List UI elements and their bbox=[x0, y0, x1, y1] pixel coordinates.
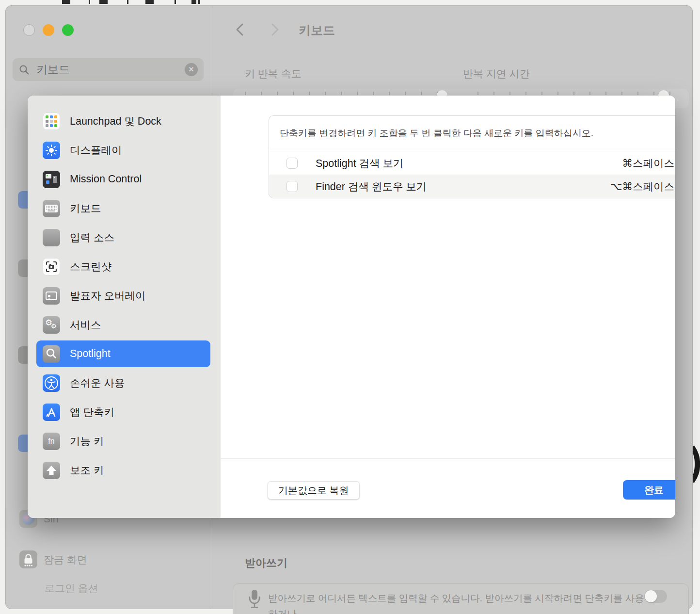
shortcuts-panel: 단축키를 변경하려면 키 조합을 두 번 클릭한 다음 새로운 키를 입력하십시… bbox=[221, 96, 675, 518]
restore-defaults-button[interactable]: 기본값으로 복원 bbox=[268, 481, 360, 500]
repeat-delay-label: 반복 지연 시간 bbox=[463, 67, 530, 81]
sheet-sidebar-item-label: 디스플레이 bbox=[70, 143, 122, 157]
sheet-sidebar-item-키보드[interactable]: 키보드 bbox=[36, 195, 210, 222]
launchpad-icon bbox=[43, 113, 60, 130]
clipped-glyph bbox=[99, 0, 108, 4]
shortcut-categories-sidebar: Launchpad 및 Dock디스플레이Mission Control키보드입… bbox=[28, 96, 221, 518]
dictation-card: 받아쓰기로 어디서든 텍스트를 입력할 수 있습니다. 받아쓰기를 시작하려면 … bbox=[233, 583, 689, 614]
occluded-app-icon bbox=[18, 191, 28, 209]
spotlight-icon bbox=[43, 345, 60, 363]
clipped-glyph bbox=[175, 0, 176, 4]
microphone-icon bbox=[248, 589, 261, 610]
shortcuts-instruction: 단축키를 변경하려면 키 조합을 두 번 클릭한 다음 새로운 키를 입력하십시… bbox=[269, 116, 675, 151]
dictation-description: 받아쓰기로 어디서든 텍스트를 입력할 수 있습니다. 받아쓰기를 시작하려면 … bbox=[268, 590, 646, 614]
forward-button[interactable] bbox=[269, 23, 281, 36]
lock-icon bbox=[19, 550, 37, 568]
sheet-sidebar-item-입력-소스[interactable]: 입력 소스 bbox=[36, 224, 210, 251]
shortcut-row[interactable]: Finder 검색 윈도우 보기⌥⌘스페이스 bbox=[269, 175, 675, 198]
sheet-sidebar-item-spotlight[interactable]: Spotlight bbox=[36, 340, 210, 367]
sheet-sidebar-item-label: Mission Control bbox=[70, 173, 142, 185]
sheet-sidebar-item-label: Spotlight bbox=[70, 348, 111, 360]
repeat-delay-slider-ticks bbox=[477, 92, 678, 95]
sheet-sidebar-item-보조-키[interactable]: 보조 키 bbox=[36, 457, 210, 484]
sheet-sidebar-item-손쉬운-사용[interactable]: 손쉬운 사용 bbox=[36, 370, 210, 396]
close-button[interactable] bbox=[23, 24, 35, 36]
clipped-glyph bbox=[191, 0, 196, 4]
sidebar-item-lock-screen[interactable]: 잠금 화면 bbox=[19, 550, 87, 568]
sheet-sidebar-item-label: 손쉬운 사용 bbox=[70, 376, 125, 390]
dictation-toggle[interactable] bbox=[644, 590, 667, 603]
fn-key-icon: fn bbox=[43, 433, 60, 450]
dictation-line1: 받아쓰기로 어디서든 텍스트를 입력할 수 있습니다. 받아쓰기를 시작하려면 … bbox=[268, 590, 646, 614]
keyboard-shortcuts-sheet: Launchpad 및 Dock디스플레이Mission Control키보드입… bbox=[28, 96, 675, 518]
sheet-sidebar-item-label: 기능 키 bbox=[70, 434, 104, 448]
zoom-button[interactable] bbox=[62, 24, 74, 36]
clipped-glyph bbox=[145, 0, 154, 4]
page-title: 키보드 bbox=[299, 22, 335, 38]
shortcut-checkbox[interactable] bbox=[286, 158, 298, 169]
occluded-app-icon bbox=[18, 259, 28, 277]
dictation-heading: 받아쓰기 bbox=[245, 556, 287, 570]
sheet-sidebar-item-label: Launchpad 및 Dock bbox=[70, 114, 161, 128]
sheet-sidebar-item-label: 보조 키 bbox=[70, 463, 104, 477]
shortcut-checkbox[interactable] bbox=[286, 181, 298, 192]
shortcuts-card: 단축키를 변경하려면 키 조합을 두 번 클릭한 다음 새로운 키를 입력하십시… bbox=[269, 115, 675, 198]
sheet-sidebar-item-서비스[interactable]: ⚙⚙서비스 bbox=[36, 311, 210, 338]
done-button[interactable]: 완료 bbox=[623, 480, 675, 500]
screenshot-icon bbox=[43, 258, 60, 275]
key-repeat-rate-label: 키 반복 속도 bbox=[245, 67, 302, 81]
sheet-sidebar-item-label: 스크린샷 bbox=[70, 259, 111, 274]
shortcut-row[interactable]: Spotlight 검색 보기⌘스페이스 bbox=[269, 151, 675, 175]
search-input[interactable]: 키보드 × bbox=[13, 58, 204, 81]
mission-control-icon bbox=[43, 171, 60, 188]
sheet-sidebar-item-디스플레이[interactable]: 디스플레이 bbox=[36, 137, 210, 163]
sheet-sidebar-item-label: 입력 소스 bbox=[70, 230, 114, 244]
clipped-glyph bbox=[127, 0, 128, 4]
presenter-overlay-icon bbox=[43, 287, 60, 305]
modifier-keys-icon bbox=[43, 462, 60, 479]
sheet-sidebar-item-스크린샷[interactable]: 스크린샷 bbox=[36, 253, 210, 280]
search-icon bbox=[18, 64, 30, 76]
back-button[interactable] bbox=[234, 23, 246, 36]
shortcut-label: Finder 검색 윈도우 보기 bbox=[316, 179, 610, 194]
occluded-app-icon bbox=[18, 346, 28, 364]
shortcut-value[interactable]: ⌘스페이스 bbox=[622, 156, 675, 170]
footer-divider bbox=[221, 458, 675, 459]
display-icon bbox=[43, 142, 60, 159]
clipped-glyph bbox=[89, 0, 90, 4]
sheet-sidebar-item-mission-control[interactable]: Mission Control bbox=[36, 166, 210, 193]
sidebar-item-label: 잠금 화면 bbox=[44, 553, 87, 566]
minimize-button[interactable] bbox=[43, 24, 54, 36]
keyboard-icon bbox=[43, 200, 60, 217]
sheet-sidebar-item-앱-단축키[interactable]: 앱 단축키 bbox=[36, 399, 210, 425]
shortcut-label: Spotlight 검색 보기 bbox=[316, 156, 622, 170]
accessibility-icon bbox=[43, 374, 60, 392]
sheet-sidebar-item-label: 서비스 bbox=[70, 318, 101, 332]
clipped-glyph bbox=[62, 0, 70, 4]
input-sources-icon bbox=[43, 229, 60, 246]
services-icon: ⚙⚙ bbox=[43, 316, 60, 334]
key-repeat-slider-ticks bbox=[245, 92, 441, 95]
shortcut-value[interactable]: ⌥⌘스페이스 bbox=[610, 179, 674, 194]
sheet-sidebar-item-label: 키보드 bbox=[70, 201, 101, 215]
occluded-app-icon bbox=[18, 435, 28, 452]
sheet-sidebar-item-기능-키[interactable]: fn기능 키 bbox=[36, 428, 210, 454]
search-value: 키보드 bbox=[36, 62, 185, 77]
sheet-sidebar-item-label: 앱 단축키 bbox=[70, 405, 114, 419]
clipped-glyph bbox=[198, 0, 200, 4]
sheet-sidebar-item-발표자-오버레이[interactable]: 발표자 오버레이 bbox=[36, 282, 210, 309]
sheet-sidebar-item-launchpad-및-dock[interactable]: Launchpad 및 Dock bbox=[36, 108, 210, 134]
screen: ) 키보드 × 키보드 키 반복 속도 반복 지연 시간 받아쓰기 받아쓰 bbox=[0, 0, 700, 614]
sheet-sidebar-item-label: 발표자 오버레이 bbox=[70, 289, 145, 303]
app-shortcuts-icon bbox=[43, 404, 60, 421]
sidebar-item-login-options[interactable]: 로그인 옵션 bbox=[45, 582, 98, 595]
clear-search-icon[interactable]: × bbox=[185, 63, 198, 76]
toggle-knob bbox=[645, 590, 657, 602]
sidebar-item-label: 로그인 옵션 bbox=[45, 582, 98, 595]
